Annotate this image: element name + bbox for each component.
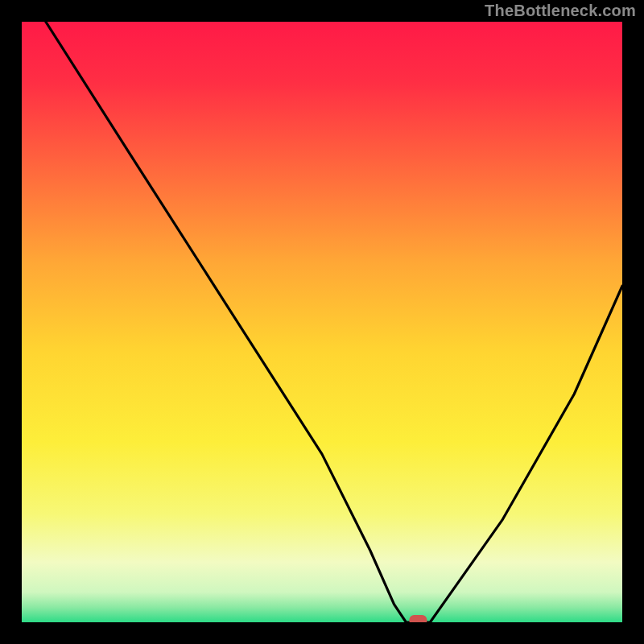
bottleneck-chart	[22, 22, 622, 622]
attribution-label: TheBottleneck.com	[485, 2, 636, 20]
chart-frame: TheBottleneck.com	[0, 0, 644, 644]
optimal-marker	[409, 615, 427, 622]
chart-background	[22, 22, 622, 622]
